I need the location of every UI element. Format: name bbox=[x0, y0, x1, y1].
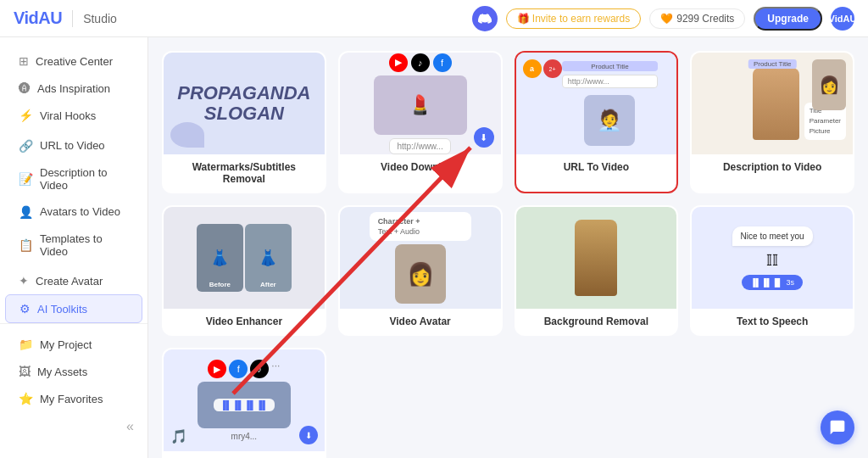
dtv-bottle bbox=[753, 68, 799, 140]
vad-music-icon: 🎵 bbox=[170, 428, 187, 444]
sidebar-item-ads-inspiration[interactable]: 🅐 Ads Inspiration bbox=[5, 75, 142, 102]
dtv-person: 👩 bbox=[812, 59, 846, 110]
uv-row: 🧑‍💼 bbox=[584, 95, 635, 146]
tts-bubble: Nice to meet you bbox=[732, 226, 813, 246]
upgrade-button[interactable]: Upgrade bbox=[754, 7, 822, 31]
create-avatar-icon: ✦ bbox=[19, 274, 29, 288]
url-icon: 🔗 bbox=[19, 139, 33, 153]
ve-after: 👗 After bbox=[245, 224, 292, 292]
sidebar-item-my-favorites[interactable]: ⭐ My Favorites bbox=[5, 385, 142, 412]
main-layout: ⊞ Creative Center 🅐 Ads Inspiration ⚡ Vi… bbox=[0, 37, 868, 458]
logo-vidau: VidAU bbox=[14, 8, 62, 28]
sidebar-item-creative-center[interactable]: ⊞ Creative Center bbox=[5, 47, 142, 75]
tts-wave: ▐▌▐▌▐▌ 3s bbox=[742, 275, 803, 290]
sidebar: ⊞ Creative Center 🅐 Ads Inspiration ⚡ Vi… bbox=[0, 37, 148, 458]
vd-url-bar: http://www... bbox=[389, 138, 450, 154]
chat-fab[interactable] bbox=[821, 411, 854, 444]
ads-icon: 🅐 bbox=[19, 81, 31, 95]
sidebar-item-create-avatar[interactable]: ✦ Create Avatar bbox=[5, 267, 142, 294]
avatar-icon: 👤 bbox=[19, 205, 33, 219]
sidebar-item-templates-to-video[interactable]: 📋 Templates to Video bbox=[5, 226, 142, 265]
video-download-label: Video Download bbox=[340, 154, 501, 180]
sidebar-label-templates-to-video: Templates to Video bbox=[40, 232, 129, 258]
sidebar-label-viral-hooks: Viral Hooks bbox=[40, 109, 96, 122]
sidebar-item-viral-hooks[interactable]: ⚡ Viral Hooks bbox=[5, 102, 142, 129]
ve-thumb: 👗 Before 👗 After bbox=[164, 207, 325, 309]
user-avatar[interactable]: VidAU bbox=[831, 7, 854, 31]
tts-thumb: Nice to meet you 𝕀𝕀 ▐▌▐▌▐▌ 3s bbox=[692, 207, 853, 309]
vd-preview: 💄 bbox=[374, 75, 467, 135]
collapse-icon: « bbox=[126, 419, 134, 434]
text-to-speech-label: Text to Speech bbox=[692, 309, 853, 334]
desc-icon: 📝 bbox=[19, 172, 33, 186]
tool-card-description-to-video[interactable]: Product Title TitleParameterPicture ↓ 👩 … bbox=[690, 51, 854, 193]
vd-thumb: ▶ ♪ f 💄 http://www... ⬇ bbox=[340, 53, 501, 154]
vad-thumb: ▶ f ♪ ··· ▐▌▐▌▐▌▐▌ mry4... ⬇ 🎵 bbox=[164, 349, 325, 451]
uv-url-bar: http://www... bbox=[562, 75, 658, 88]
youtube-icon: ▶ bbox=[389, 53, 408, 72]
sidebar-label-description-to-video: Description to Video bbox=[40, 166, 129, 192]
uv-title-bar: Product Title bbox=[562, 61, 658, 71]
dtv-product-title: Product Title bbox=[748, 59, 796, 69]
tool-card-video-avatar[interactable]: Character + Text + Audio 👩 Video Avatar bbox=[338, 205, 503, 336]
invite-button[interactable]: 🎁 Invite to earn rewards bbox=[506, 8, 642, 29]
tts-time: 3s bbox=[787, 278, 795, 287]
va-card: Character + Text + Audio bbox=[370, 212, 471, 241]
uv-thumb: a 2+ Product Title http://www... 🧑‍💼 bbox=[516, 53, 677, 154]
grid-icon: ⊞ bbox=[19, 54, 29, 68]
vad-waveform-bar: ▐▌▐▌▐▌▐▌ bbox=[214, 399, 275, 411]
sidebar-item-my-project[interactable]: 📁 My Project bbox=[5, 331, 142, 358]
sidebar-label-ads-inspiration: Ads Inspiration bbox=[37, 82, 110, 95]
watermarks-thumb: PROPAGANDASLOGAN bbox=[164, 53, 325, 154]
sidebar-item-my-assets[interactable]: 🖼 My Assets bbox=[5, 358, 142, 385]
description-to-video-label: Description to Video bbox=[692, 154, 853, 180]
watermarks-label: Watermarks/Subtitles Removal bbox=[164, 154, 325, 192]
logo-studio: Studio bbox=[83, 12, 117, 25]
favorites-icon: ⭐ bbox=[19, 392, 33, 405]
sidebar-label-my-project: My Project bbox=[40, 338, 92, 351]
sidebar-label-my-assets: My Assets bbox=[37, 366, 87, 378]
tool-card-url-to-video[interactable]: a 2+ Product Title http://www... 🧑‍💼 URL… bbox=[515, 51, 679, 193]
sidebar-item-avatars-to-video[interactable]: 👤 Avatars to Video bbox=[5, 198, 142, 226]
br-bottle bbox=[575, 220, 617, 296]
topbar-left: VidAU Studio bbox=[14, 8, 117, 28]
wm-text: PROPAGANDASLOGAN bbox=[177, 83, 310, 124]
video-enhancer-label: Video Enhancer bbox=[164, 309, 325, 334]
project-icon: 📁 bbox=[19, 338, 33, 351]
credits-display: 🧡 9299 Credits bbox=[649, 8, 745, 29]
templates-icon: 📋 bbox=[19, 238, 33, 252]
vd-download-icon: ⬇ bbox=[474, 127, 494, 148]
vad-more: ··· bbox=[271, 360, 280, 378]
background-removal-label: Background Removal bbox=[516, 309, 677, 334]
vad-download-icon: ⬇ bbox=[299, 426, 318, 444]
vd-icons: ▶ ♪ f bbox=[389, 53, 452, 72]
discord-button[interactable] bbox=[472, 6, 498, 31]
tools-grid: PROPAGANDASLOGAN Watermarks/Subtitles Re… bbox=[148, 37, 868, 458]
vad-youtube-icon: ▶ bbox=[208, 360, 226, 378]
ve-before-label: Before bbox=[197, 281, 243, 288]
sidebar-item-ai-toolkits[interactable]: ⚙ AI Toolkits bbox=[5, 294, 142, 323]
sidebar-label-url-to-video: URL to Video bbox=[40, 139, 105, 152]
collapse-button[interactable]: « bbox=[0, 412, 147, 441]
tool-card-background-removal[interactable]: Background Removal bbox=[515, 205, 679, 336]
tool-card-text-to-speech[interactable]: Nice to meet you 𝕀𝕀 ▐▌▐▌▐▌ 3s Text to Sp… bbox=[690, 205, 854, 336]
wm-blob bbox=[170, 122, 204, 148]
vad-tiktok-icon: ♪ bbox=[250, 360, 269, 378]
facebook-icon: f bbox=[433, 53, 452, 72]
va-person: 👩 bbox=[395, 244, 446, 304]
sidebar-item-url-to-video[interactable]: 🔗 URL to Video bbox=[5, 132, 142, 159]
tool-card-video-download[interactable]: ▶ ♪ f 💄 http://www... ⬇ Video Download bbox=[338, 51, 503, 193]
uv-badge: 2+ bbox=[543, 59, 562, 78]
tool-card-video-audio-download[interactable]: ▶ f ♪ ··· ▐▌▐▌▐▌▐▌ mry4... ⬇ 🎵 Video Aud… bbox=[162, 348, 326, 458]
vad-preview: ▐▌▐▌▐▌▐▌ bbox=[198, 382, 291, 428]
tool-card-watermarks[interactable]: PROPAGANDASLOGAN Watermarks/Subtitles Re… bbox=[162, 51, 326, 193]
tool-card-video-enhancer[interactable]: 👗 Before 👗 After Video Enhancer bbox=[162, 205, 326, 336]
viral-icon: ⚡ bbox=[19, 109, 33, 122]
credits-icon: 🧡 bbox=[660, 13, 673, 25]
content-wrapper: PROPAGANDASLOGAN Watermarks/Subtitles Re… bbox=[148, 37, 868, 458]
sidebar-label-avatars-to-video: Avatars to Video bbox=[40, 205, 120, 218]
sidebar-item-description-to-video[interactable]: 📝 Description to Video bbox=[5, 159, 142, 198]
topbar-right: 🎁 Invite to earn rewards 🧡 9299 Credits … bbox=[472, 6, 854, 31]
assets-icon: 🖼 bbox=[19, 365, 31, 378]
tiktok-icon: ♪ bbox=[411, 53, 430, 72]
